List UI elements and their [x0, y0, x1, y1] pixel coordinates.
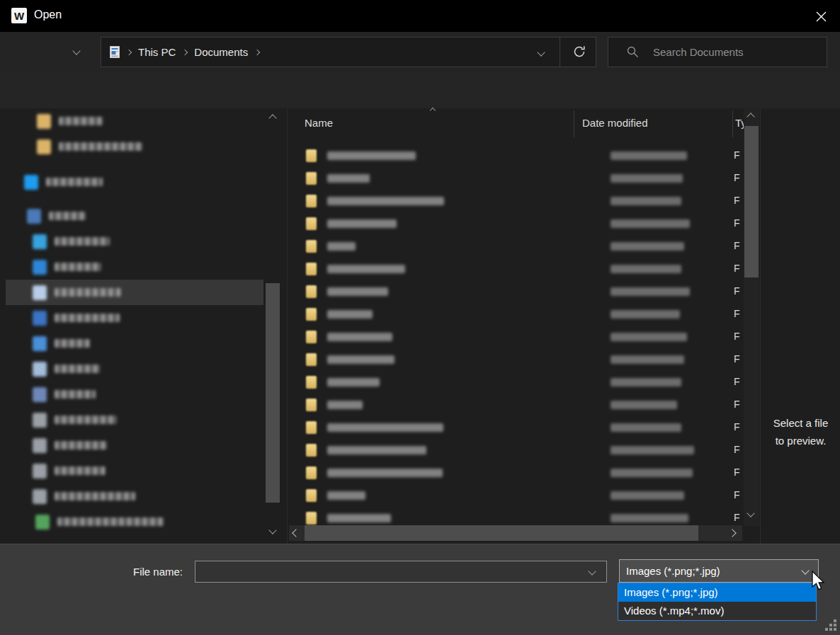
sidebar-item[interactable]	[6, 280, 263, 305]
file-date-redacted	[611, 197, 681, 205]
file-row[interactable]: F	[289, 258, 742, 280]
breadcrumb-chevron-icon	[182, 49, 188, 55]
file-type-option[interactable]: Images (*.png;*.jpg)	[618, 583, 816, 602]
list-scrollbar-thumb[interactable]	[744, 126, 759, 278]
sidebar-item-label-redacted	[59, 142, 142, 151]
sidebar-item[interactable]	[0, 458, 263, 484]
close-icon	[815, 11, 827, 23]
sidebar-item[interactable]	[0, 407, 263, 433]
file-type-cell: F	[734, 149, 740, 161]
sidebar-item[interactable]	[0, 134, 263, 159]
file-name-combobox[interactable]	[195, 561, 607, 583]
command-bar: Organize New folder ?	[0, 73, 840, 108]
folder-icon	[306, 444, 317, 457]
folder-icon	[306, 217, 317, 230]
file-row[interactable]: F	[289, 303, 742, 326]
file-row[interactable]: F	[289, 462, 742, 484]
file-type-option[interactable]: Videos (*.mp4;*.mov)	[618, 602, 816, 620]
file-name-redacted	[327, 174, 370, 183]
sidebar-item[interactable]	[0, 484, 263, 509]
column-header-name[interactable]: Name	[305, 117, 333, 129]
sidebar-list-divider	[287, 108, 288, 544]
sidebar-item[interactable]	[0, 203, 263, 229]
sidebar-item[interactable]	[0, 108, 263, 134]
file-name-input[interactable]	[198, 563, 584, 581]
file-row[interactable]: F	[289, 326, 742, 348]
column-header-date-modified[interactable]: Date modified	[582, 117, 648, 129]
window-title: Open	[34, 8, 62, 21]
list-hscrollbar-thumb[interactable]	[305, 525, 698, 541]
recent-locations-chevron-icon[interactable]	[72, 47, 80, 55]
sidebar-item[interactable]	[0, 382, 263, 407]
column-divider[interactable]	[574, 110, 574, 137]
file-row[interactable]: F	[289, 394, 742, 416]
file-name-redacted	[327, 355, 395, 364]
sidebar-scroll-up-icon[interactable]	[268, 114, 276, 122]
file-row[interactable]: F	[289, 416, 742, 439]
file-name-redacted	[327, 310, 373, 319]
file-name-dropdown-chevron-icon[interactable]	[588, 567, 596, 575]
sort-ascending-icon	[430, 108, 436, 113]
sidebar-item-label-redacted	[55, 237, 110, 246]
sidebar-item-label-redacted	[49, 212, 86, 220]
file-row[interactable]: F	[289, 484, 742, 507]
preview-message: Select a file to preview.	[761, 414, 840, 450]
close-button[interactable]	[810, 6, 832, 27]
sidebar-item-label-redacted	[55, 288, 121, 297]
sidebar-item[interactable]	[0, 229, 263, 254]
file-date-redacted	[611, 265, 681, 273]
file-type-cell: F	[734, 195, 740, 206]
file-row[interactable]: F	[289, 167, 742, 190]
file-row[interactable]: F	[289, 348, 742, 371]
breadcrumb-this-pc[interactable]: This PC	[138, 46, 176, 58]
preview-message-line1: Select a file	[761, 414, 840, 432]
folder-icon	[306, 263, 317, 275]
sidebar-item-label-redacted	[55, 441, 107, 450]
file-date-redacted	[611, 355, 684, 364]
folder-icon	[306, 421, 317, 434]
file-row[interactable]: F	[289, 507, 742, 525]
file-type-cell: F	[734, 399, 740, 410]
sidebar-item[interactable]	[0, 254, 263, 280]
file-row[interactable]: F	[289, 371, 742, 394]
file-row[interactable]: F	[289, 235, 742, 258]
file-row[interactable]: F	[289, 280, 742, 303]
sidebar-scroll-down-icon[interactable]	[268, 526, 276, 534]
file-row[interactable]: F	[289, 144, 742, 167]
file-date-redacted	[611, 174, 683, 183]
file-name-redacted	[327, 514, 391, 522]
file-date-redacted	[611, 310, 680, 319]
search-input[interactable]	[652, 45, 810, 59]
folder-icon	[306, 195, 317, 207]
file-date-redacted	[611, 151, 687, 160]
search-box[interactable]	[608, 37, 827, 67]
sidebar-item[interactable]	[0, 356, 263, 382]
breadcrumb-chevron-icon	[126, 49, 132, 55]
folder-icon	[306, 376, 317, 389]
address-bar[interactable]: This PC Documents	[101, 37, 596, 67]
sidebar-item-label-redacted	[55, 390, 96, 399]
file-row[interactable]: F	[289, 190, 742, 212]
resize-grip-icon[interactable]	[825, 619, 837, 631]
file-rows: FFFFFFFFFFFFFFFFF	[289, 144, 742, 525]
column-divider[interactable]	[732, 110, 733, 137]
music-icon	[33, 336, 47, 351]
file-date-redacted	[611, 242, 684, 251]
title-bar: W Open	[0, 0, 840, 32]
file-row[interactable]: F	[289, 439, 742, 462]
sidebar-item[interactable]	[0, 433, 263, 458]
sidebar-item[interactable]	[0, 305, 263, 331]
document-icon	[110, 46, 120, 58]
sidebar-item[interactable]	[0, 509, 263, 534]
folder-icon	[306, 399, 317, 411]
folder-icon	[306, 353, 317, 366]
file-name-redacted	[327, 423, 443, 432]
sidebar-scrollbar-thumb[interactable]	[266, 283, 280, 503]
file-name-redacted	[327, 287, 388, 296]
breadcrumb-documents[interactable]: Documents	[194, 46, 248, 58]
file-row[interactable]: F	[289, 212, 742, 235]
sidebar-item[interactable]	[0, 169, 263, 195]
file-type-combobox[interactable]: Images (*.png;*.jpg)	[619, 559, 819, 583]
sidebar-item[interactable]	[0, 331, 263, 356]
refresh-icon[interactable]	[572, 45, 586, 59]
